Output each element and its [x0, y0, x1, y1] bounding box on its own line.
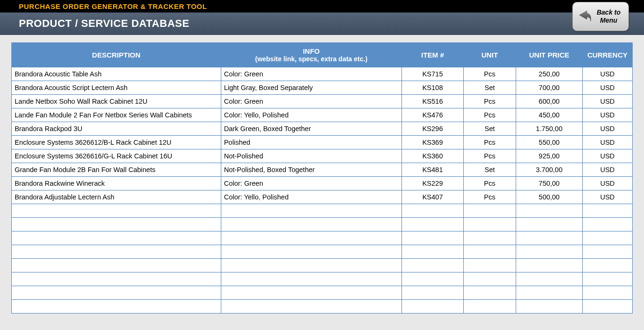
- cell-description[interactable]: Brandora Acoustic Script Lectern Ash: [12, 81, 221, 95]
- cell-unit-price[interactable]: 450,00: [516, 108, 582, 122]
- cell-description[interactable]: Brandora Rackwine Winerack: [12, 177, 221, 190]
- cell-currency[interactable]: [583, 245, 633, 259]
- cell-unit[interactable]: [463, 272, 516, 286]
- cell-currency[interactable]: USD: [583, 177, 633, 190]
- cell-item[interactable]: [401, 204, 463, 218]
- cell-item[interactable]: [401, 259, 463, 272]
- cell-unit-price[interactable]: 250,00: [516, 67, 582, 81]
- cell-description[interactable]: Lande Netbox Soho Wall Rack Cabinet 12U: [12, 95, 221, 108]
- cell-item[interactable]: KS108: [401, 81, 463, 95]
- cell-currency[interactable]: [583, 259, 633, 272]
- cell-item[interactable]: KS516: [401, 95, 463, 108]
- cell-unit[interactable]: Pcs: [463, 95, 516, 108]
- cell-description[interactable]: [12, 286, 221, 300]
- cell-info[interactable]: [221, 245, 401, 259]
- cell-item[interactable]: [401, 231, 463, 245]
- cell-unit[interactable]: [463, 218, 516, 231]
- cell-item[interactable]: KS715: [401, 67, 463, 81]
- cell-description[interactable]: [12, 300, 221, 314]
- col-currency[interactable]: CURRENCY: [583, 43, 633, 67]
- cell-unit-price[interactable]: 925,00: [516, 149, 582, 163]
- cell-unit-price[interactable]: [516, 245, 582, 259]
- back-to-menu-button[interactable]: Back to Menu: [572, 2, 629, 31]
- cell-unit[interactable]: [463, 204, 516, 218]
- cell-unit[interactable]: Pcs: [463, 190, 516, 204]
- cell-info[interactable]: Not-Polished, Boxed Together: [221, 163, 401, 177]
- cell-unit[interactable]: Set: [463, 81, 516, 95]
- cell-item[interactable]: [401, 300, 463, 314]
- cell-unit[interactable]: Set: [463, 163, 516, 177]
- cell-unit-price[interactable]: 500,00: [516, 190, 582, 204]
- cell-unit-price[interactable]: 1.750,00: [516, 122, 582, 136]
- cell-info[interactable]: [221, 204, 401, 218]
- cell-unit[interactable]: Set: [463, 122, 516, 136]
- col-description[interactable]: DESCRIPTION: [12, 43, 221, 67]
- cell-info[interactable]: [221, 259, 401, 272]
- cell-unit[interactable]: Pcs: [463, 149, 516, 163]
- cell-item[interactable]: KS296: [401, 122, 463, 136]
- cell-description[interactable]: Brandora Acoustic Table Ash: [12, 67, 221, 81]
- cell-unit-price[interactable]: [516, 204, 582, 218]
- cell-description[interactable]: Grande Fan Module 2B Fan For Wall Cabine…: [12, 163, 221, 177]
- cell-currency[interactable]: [583, 204, 633, 218]
- cell-unit-price[interactable]: 750,00: [516, 177, 582, 190]
- cell-unit-price[interactable]: [516, 300, 582, 314]
- cell-currency[interactable]: [583, 300, 633, 314]
- cell-info[interactable]: [221, 272, 401, 286]
- cell-description[interactable]: [12, 245, 221, 259]
- cell-currency[interactable]: [583, 218, 633, 231]
- cell-info[interactable]: Dark Green, Boxed Together: [221, 122, 401, 136]
- cell-currency[interactable]: USD: [583, 122, 633, 136]
- cell-description[interactable]: Enclosure Systems 3626612/B-L Rack Cabin…: [12, 136, 221, 149]
- cell-item[interactable]: KS360: [401, 149, 463, 163]
- cell-item[interactable]: [401, 272, 463, 286]
- cell-item[interactable]: [401, 245, 463, 259]
- cell-unit-price[interactable]: 600,00: [516, 95, 582, 108]
- cell-currency[interactable]: USD: [583, 149, 633, 163]
- cell-description[interactable]: Enclosure Systems 3626616/G-L Rack Cabin…: [12, 149, 221, 163]
- cell-currency[interactable]: USD: [583, 108, 633, 122]
- cell-currency[interactable]: USD: [583, 67, 633, 81]
- cell-unit[interactable]: Pcs: [463, 67, 516, 81]
- cell-unit-price[interactable]: 3.700,00: [516, 163, 582, 177]
- cell-item[interactable]: KS229: [401, 177, 463, 190]
- cell-info[interactable]: Light Gray, Boxed Separately: [221, 81, 401, 95]
- cell-info[interactable]: [221, 218, 401, 231]
- cell-unit[interactable]: [463, 259, 516, 272]
- cell-unit[interactable]: [463, 286, 516, 300]
- cell-description[interactable]: Brandora Adjustable Lectern Ash: [12, 190, 221, 204]
- cell-currency[interactable]: [583, 272, 633, 286]
- cell-description[interactable]: [12, 259, 221, 272]
- cell-currency[interactable]: USD: [583, 190, 633, 204]
- cell-unit-price[interactable]: 700,00: [516, 81, 582, 95]
- cell-unit-price[interactable]: [516, 259, 582, 272]
- col-info[interactable]: INFO (website link, specs, extra data et…: [221, 43, 401, 67]
- cell-item[interactable]: [401, 286, 463, 300]
- cell-item[interactable]: KS476: [401, 108, 463, 122]
- cell-unit-price[interactable]: [516, 286, 582, 300]
- col-unit-price[interactable]: UNIT PRICE: [516, 43, 582, 67]
- cell-currency[interactable]: [583, 231, 633, 245]
- cell-unit[interactable]: Pcs: [463, 177, 516, 190]
- cell-description[interactable]: Brandora Rackpod 3U: [12, 122, 221, 136]
- cell-unit[interactable]: Pcs: [463, 136, 516, 149]
- cell-description[interactable]: [12, 272, 221, 286]
- cell-description[interactable]: Lande Fan Module 2 Fan For Netbox Series…: [12, 108, 221, 122]
- col-unit[interactable]: UNIT: [463, 43, 516, 67]
- cell-item[interactable]: KS369: [401, 136, 463, 149]
- cell-unit[interactable]: [463, 300, 516, 314]
- cell-currency[interactable]: [583, 286, 633, 300]
- cell-info[interactable]: Color: Green: [221, 177, 401, 190]
- cell-unit-price[interactable]: [516, 272, 582, 286]
- cell-info[interactable]: Color: Green: [221, 95, 401, 108]
- cell-unit-price[interactable]: 550,00: [516, 136, 582, 149]
- cell-info[interactable]: [221, 231, 401, 245]
- cell-unit[interactable]: Pcs: [463, 108, 516, 122]
- cell-info[interactable]: Polished: [221, 136, 401, 149]
- cell-currency[interactable]: USD: [583, 163, 633, 177]
- cell-currency[interactable]: USD: [583, 95, 633, 108]
- cell-description[interactable]: [12, 204, 221, 218]
- cell-description[interactable]: [12, 231, 221, 245]
- cell-description[interactable]: [12, 218, 221, 231]
- cell-info[interactable]: [221, 300, 401, 314]
